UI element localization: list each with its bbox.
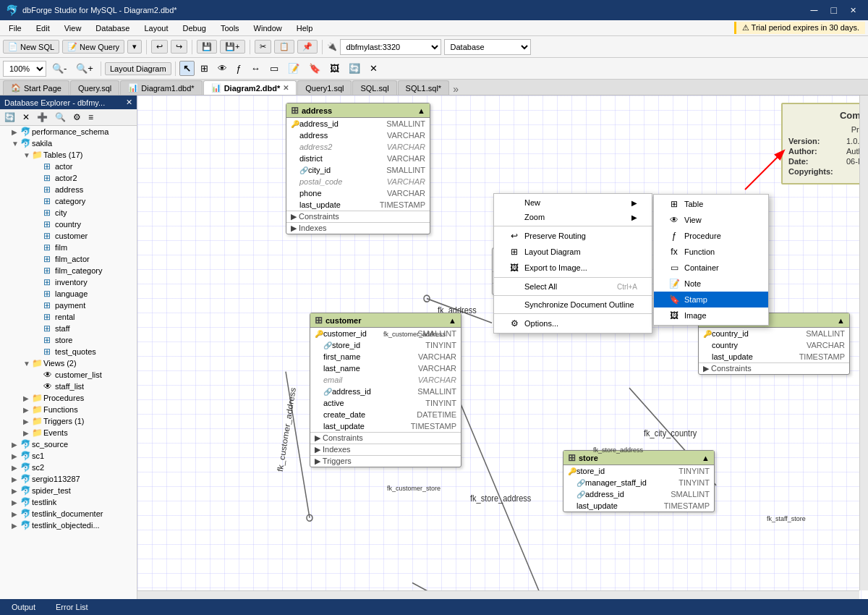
sidebar-item-sakila[interactable]: ▼ 🐬 sakila [0, 137, 137, 149]
sidebar-item-views[interactable]: ▼ 📁 Views (2) [0, 357, 137, 369]
toggle-icon[interactable]: ▶ [23, 406, 32, 414]
toggle-icon[interactable]: ▶ [12, 522, 20, 530]
table-customer-expand[interactable]: ▲ [448, 316, 456, 325]
ctx-item-new[interactable]: New ▶ [494, 195, 652, 210]
vertical-scrollbar[interactable] [859, 96, 868, 590]
paste-button[interactable]: 📌 [297, 40, 318, 54]
sidebar-item-events[interactable]: ▶ 📁 Events [0, 427, 137, 438]
dropdown-button[interactable]: ▾ [127, 40, 142, 54]
proc-tool-button[interactable]: ƒ [233, 61, 245, 76]
zoom-combo[interactable]: 100% [3, 61, 46, 77]
sidebar-item-address[interactable]: ▶⊞address [0, 184, 137, 195]
table-address-constraints[interactable]: ▶ Constraints [286, 211, 430, 222]
fk-tool-button[interactable]: ↔ [247, 61, 264, 76]
ctx-item-options[interactable]: ⚙ Options... [494, 315, 652, 331]
sidebar-item-rental[interactable]: ▶⊞rental [0, 311, 137, 323]
table-country-expand[interactable]: ▲ [837, 316, 845, 325]
sidebar-item-film[interactable]: ▶⊞film [0, 242, 137, 253]
submenu-item-table[interactable]: ⊞ Table [654, 196, 768, 212]
toggle-icon[interactable]: ▶ [12, 510, 20, 518]
sidebar-settings-button[interactable]: ⚙ [70, 111, 84, 124]
toggle-icon[interactable]: ▶ [12, 128, 20, 136]
sidebar-item-actor[interactable]: ▶⊞actor [0, 161, 137, 172]
table-store-expand[interactable]: ▲ [702, 454, 710, 462]
ctx-item-selectall[interactable]: Select All Ctrl+A [494, 279, 652, 294]
new-sql-button[interactable]: 📄 New SQL [3, 40, 59, 54]
ctx-item-sync[interactable]: Synchronize Document Outline [494, 297, 652, 312]
toggle-icon[interactable]: ▶ [23, 417, 32, 425]
submenu-item-function[interactable]: fx Function [654, 244, 768, 260]
note-tool-button[interactable]: 📝 [284, 61, 303, 76]
table-address-header[interactable]: ⊞ address ▲ [286, 103, 430, 118]
toggle-icon[interactable]: ▶ [12, 487, 20, 495]
new-query-button[interactable]: 📝 New Query [62, 40, 124, 54]
sidebar-item-testlink-doc[interactable]: ▶🐬testlink_documenter [0, 508, 137, 519]
container-tool-button[interactable]: ▭ [266, 61, 282, 76]
canvas-area[interactable]: fk_address fk_customer_address fk_city_c… [137, 96, 868, 599]
sidebar-item-payment[interactable]: ▶⊞payment [0, 300, 137, 311]
maximize-button[interactable]: □ [825, 3, 843, 17]
tab-diagram1[interactable]: 📊 Diagram1.dbd* [120, 80, 202, 95]
sidebar-item-customer[interactable]: ▶⊞customer [0, 230, 137, 242]
sidebar-item-performance-schema[interactable]: ▶ 🐬 performance_schema [0, 126, 137, 137]
tab-querysql[interactable]: Query.sql [70, 80, 119, 95]
ctx-item-layout[interactable]: ⊞ Layout Diagram [494, 244, 652, 260]
save-all-button[interactable]: 💾+ [220, 40, 244, 54]
submenu-item-container[interactable]: ▭ Container [654, 260, 768, 276]
sidebar-item-sergio[interactable]: ▶🐬sergio113287 [0, 473, 137, 485]
sidebar-item-customer-list[interactable]: ▶👁customer_list [0, 369, 137, 381]
sidebar-item-testlink[interactable]: ▶🐬testlink [0, 496, 137, 508]
table-address-indexes[interactable]: ▶ Indexes [286, 222, 430, 234]
sidebar-item-actor2[interactable]: ▶⊞actor2 [0, 172, 137, 184]
sidebar-item-sc-source[interactable]: ▶🐬sc_source [0, 438, 137, 450]
sidebar-item-staff-list[interactable]: ▶👁staff_list [0, 381, 137, 392]
sidebar-more-button[interactable]: ≡ [85, 111, 96, 124]
menu-file[interactable]: File [3, 22, 27, 34]
tab-diagram2-close[interactable]: ✕ [283, 84, 289, 92]
toggle-icon[interactable]: ▶ [23, 394, 32, 402]
table-customer-triggers[interactable]: ▶ Triggers [310, 455, 461, 467]
table-tool-button[interactable]: ⊞ [197, 61, 212, 76]
cut-button[interactable]: ✂ [255, 40, 271, 54]
copy-button[interactable]: 📋 [274, 40, 294, 54]
toggle-icon[interactable]: ▼ [23, 151, 32, 159]
bottom-tab-errorlist[interactable]: Error List [50, 601, 94, 613]
table-address[interactable]: ⊞ address ▲ 🔑 address_id SMALLINT addres… [286, 103, 430, 234]
sidebar-item-category[interactable]: ▶⊞category [0, 195, 137, 207]
sidebar-collapse-button[interactable]: ✕ [20, 111, 33, 124]
menu-window[interactable]: Window [248, 22, 288, 34]
menu-tools[interactable]: Tools [215, 22, 245, 34]
tab-startpage[interactable]: 🏠 Start Page [3, 80, 69, 95]
tab-diagram2[interactable]: 📊 Diagram2.dbd* ✕ [203, 80, 297, 95]
ctx-item-export[interactable]: 🖼 Export to Image... [494, 260, 652, 276]
submenu-item-note[interactable]: 📝 Note [654, 276, 768, 292]
toggle-icon[interactable]: ▶ [12, 464, 20, 472]
close-diagram-button[interactable]: ✕ [366, 61, 381, 76]
sidebar-item-city[interactable]: ▶⊞city [0, 207, 137, 219]
sidebar-item-film-actor[interactable]: ▶⊞film_actor [0, 253, 137, 265]
image-tool-button[interactable]: 🖼 [326, 61, 343, 76]
table-store[interactable]: ⊞ store ▲ 🔑 store_id TINYINT 🔗manager_st… [563, 450, 715, 512]
sidebar-item-country[interactable]: ▶⊞country [0, 219, 137, 230]
sidebar-item-staff[interactable]: ▶⊞staff [0, 323, 137, 334]
toggle-icon[interactable]: ▶ [23, 429, 32, 437]
sidebar-item-tables[interactable]: ▼ 📁 Tables (17) [0, 149, 137, 161]
table-customer-header[interactable]: ⊞ customer ▲ [310, 313, 461, 328]
tab-query1sql[interactable]: Query1.sql [297, 80, 352, 95]
menu-help[interactable]: Help [291, 22, 319, 34]
table-country-constraints[interactable]: ▶ Constraints [699, 362, 849, 374]
toggle-icon[interactable]: ▼ [23, 360, 32, 368]
table-address-expand[interactable]: ▲ [417, 106, 425, 115]
tab-sqlsql[interactable]: SQL.sql [352, 80, 396, 95]
toggle-icon[interactable]: ▶ [12, 452, 20, 460]
zoom-out-button[interactable]: 🔍- [48, 61, 70, 76]
submenu-item-procedure[interactable]: ƒ Procedure [654, 228, 768, 244]
submenu-item-stamp[interactable]: 🔖 Stamp [654, 292, 768, 308]
table-customer-indexes[interactable]: ▶ Indexes [310, 444, 461, 455]
select-tool-button[interactable]: ↖ [179, 61, 195, 76]
sidebar-item-film-category[interactable]: ▶⊞film_category [0, 265, 137, 276]
sidebar-item-inventory[interactable]: ▶⊞inventory [0, 276, 137, 288]
refresh-button[interactable]: 🔄 [345, 61, 364, 76]
menu-edit[interactable]: Edit [30, 22, 56, 34]
sidebar-close-icon[interactable]: ✕ [126, 98, 132, 107]
